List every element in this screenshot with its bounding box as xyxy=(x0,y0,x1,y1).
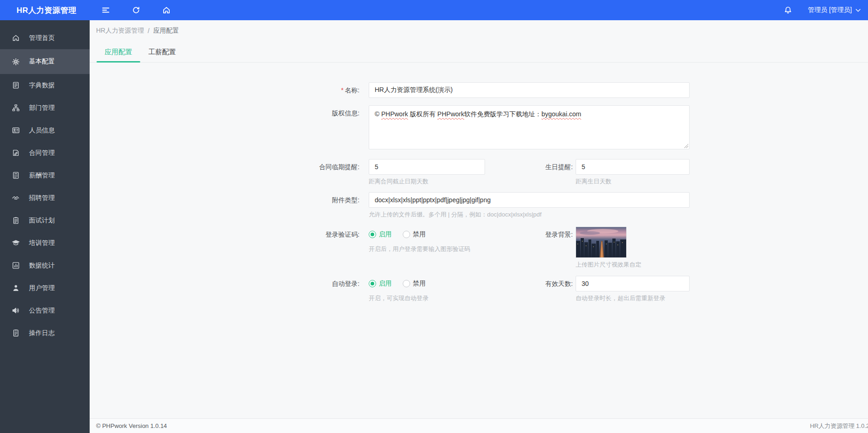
tab-salary-config[interactable]: 工薪配置 xyxy=(140,41,184,62)
captcha-radio-disable[interactable] xyxy=(403,231,410,238)
resize-handle[interactable] xyxy=(684,143,688,148)
topbar: HR人力资源管理 管理员 [管理员] xyxy=(0,0,868,20)
auto-login-hint: 开启，可实现自动登录 xyxy=(369,294,516,302)
notification-bell-icon[interactable] xyxy=(780,2,796,18)
copyright-text: 版权所有 xyxy=(408,110,438,118)
form-row-reminders: 合同临期提醒: 距离合同截止日期天数 生日提醒: 距离生日天数 xyxy=(90,159,868,186)
dictionary-icon xyxy=(12,81,20,89)
auto-login-radio-disable[interactable] xyxy=(403,280,410,287)
footer-version: HR人力资源管理 1.0.2 xyxy=(810,422,868,430)
sidebar-item-interviews[interactable]: 面试计划 xyxy=(0,209,90,232)
sidebar-item-departments[interactable]: 部门管理 xyxy=(0,97,90,119)
copyright-label: 版权信息: xyxy=(90,105,369,121)
login-bg-hint: 上传图片尺寸视效果自定 xyxy=(576,261,690,269)
sidebar-item-salary[interactable]: 薪酬管理 xyxy=(0,164,90,187)
required-mark: * xyxy=(341,86,343,94)
sidebar-item-label: 部门管理 xyxy=(29,104,55,112)
refresh-icon[interactable] xyxy=(128,2,144,18)
speaker-icon xyxy=(12,307,20,314)
sidebar-item-label: 数据统计 xyxy=(29,262,55,270)
topbar-right: 管理员 [管理员] xyxy=(780,2,868,18)
user-menu[interactable]: 管理员 [管理员] xyxy=(808,6,861,14)
calculator-icon xyxy=(12,171,20,179)
valid-days-label: 有效天数: xyxy=(545,276,573,291)
sidebar-item-training[interactable]: 培训管理 xyxy=(0,232,90,254)
user-name: 管理员 [管理员] xyxy=(808,6,852,14)
captcha-radio-enable[interactable] xyxy=(369,231,376,238)
contract-reminder-input[interactable] xyxy=(369,159,485,175)
valid-days-input[interactable] xyxy=(576,276,690,291)
form-row-copyright: 版权信息: © PHPwork 版权所有 PHPwork软件免费版学习下载地址：… xyxy=(90,105,868,149)
id-card-icon xyxy=(12,126,20,134)
sidebar-item-label: 公告管理 xyxy=(29,307,55,315)
tab-bar: 应用配置 工薪配置 xyxy=(90,41,868,63)
birthday-reminder-label: 生日提醒: xyxy=(545,159,573,175)
contract-reminder-label: 合同临期提醒: xyxy=(90,159,369,175)
tab-app-config[interactable]: 应用配置 xyxy=(97,41,140,62)
copyright-text: PHPwork xyxy=(381,110,408,118)
login-background-image[interactable] xyxy=(576,227,627,258)
sidebar-item-label: 人员信息 xyxy=(29,126,55,135)
sidebar-item-label: 基本配置 xyxy=(29,57,55,66)
sidebar-item-personnel[interactable]: 人员信息 xyxy=(0,119,90,142)
attachment-types-input[interactable] xyxy=(369,192,690,208)
home-icon xyxy=(12,34,20,42)
topbar-actions xyxy=(98,2,174,18)
sidebar-item-dashboard[interactable]: 管理首页 xyxy=(0,27,90,49)
home-icon[interactable] xyxy=(159,2,174,18)
form-row-name: *名称: xyxy=(90,82,868,98)
valid-days-hint: 自动登录时长，超出后需重新登录 xyxy=(576,294,690,302)
footer: © PHPwork Version 1.0.14 HR人力资源管理 1.0.2 xyxy=(90,418,868,433)
birthday-reminder-hint: 距离生日天数 xyxy=(576,177,690,186)
app-title: HR人力资源管理 xyxy=(0,5,90,16)
contract-reminder-hint: 距离合同截止日期天数 xyxy=(369,177,485,186)
sidebar-item-recruitment[interactable]: 招聘管理 xyxy=(0,187,90,209)
bar-chart-icon xyxy=(12,262,20,269)
auto-login-radio-group: 启用 禁用 xyxy=(369,276,516,291)
sidebar-item-dictionary[interactable]: 字典数据 xyxy=(0,74,90,97)
name-input[interactable] xyxy=(369,82,690,98)
sidebar-item-label: 管理首页 xyxy=(29,34,55,42)
captcha-radio-disable-label[interactable]: 禁用 xyxy=(413,230,426,239)
captcha-hint: 开启后，用户登录需要输入图形验证码 xyxy=(369,245,516,253)
auto-login-label: 自动登录: xyxy=(90,276,369,291)
copyright-text: bygoukai.com xyxy=(542,110,581,118)
sidebar-item-contracts[interactable]: 合同管理 xyxy=(0,142,90,164)
org-chart-icon xyxy=(12,104,20,112)
captcha-label: 登录验证码: xyxy=(90,227,369,242)
auto-login-radio-enable[interactable] xyxy=(369,280,376,287)
form-row-captcha-bg: 登录验证码: 启用 禁用 开启后，用户登录需要输入图形验证码 登录背景: xyxy=(90,227,868,269)
attachment-types-label: 附件类型: xyxy=(90,192,369,208)
city-dusk-image xyxy=(576,227,626,257)
chevron-down-icon xyxy=(856,9,861,12)
breadcrumb-separator: / xyxy=(148,27,149,34)
sidebar-item-label: 操作日志 xyxy=(29,329,55,337)
copyright-text: 软件免费版学习下载地址： xyxy=(464,110,542,118)
sidebar-item-label: 培训管理 xyxy=(29,239,55,247)
copyright-textarea[interactable]: © PHPwork 版权所有 PHPwork软件免费版学习下载地址：bygouk… xyxy=(369,105,690,149)
sidebar-item-label: 面试计划 xyxy=(29,216,55,225)
captcha-radio-group: 启用 禁用 xyxy=(369,227,516,242)
sidebar-item-label: 用户管理 xyxy=(29,284,55,292)
breadcrumb-root[interactable]: HR人力资源管理 xyxy=(96,27,144,35)
log-file-icon xyxy=(12,329,20,337)
auto-login-radio-enable-label[interactable]: 启用 xyxy=(379,279,392,288)
breadcrumb-current: 应用配置 xyxy=(153,27,179,35)
auto-login-radio-disable-label[interactable]: 禁用 xyxy=(413,279,426,288)
birthday-reminder-input[interactable] xyxy=(576,159,690,175)
gear-icon xyxy=(12,58,20,66)
sidebar-item-announcements[interactable]: 公告管理 xyxy=(0,299,90,322)
login-bg-label: 登录背景: xyxy=(545,227,573,242)
clipboard-icon xyxy=(12,216,20,224)
sidebar-item-logs[interactable]: 操作日志 xyxy=(0,322,90,344)
sidebar-item-users[interactable]: 用户管理 xyxy=(0,277,90,299)
user-icon xyxy=(12,284,20,292)
sidebar-item-label: 字典数据 xyxy=(29,81,55,90)
menu-fold-icon[interactable] xyxy=(98,2,114,18)
sidebar-item-statistics[interactable]: 数据统计 xyxy=(0,254,90,277)
form-row-autologin: 自动登录: 启用 禁用 开启，可实现自动登录 有效天数: 自动登录时长，超出 xyxy=(90,276,868,302)
copyright-text: PHPwork xyxy=(437,110,464,118)
attachment-types-hint: 允许上传的文件后缀。多个用 | 分隔，例如：doc|docx|xlsx|xls|… xyxy=(369,211,690,219)
sidebar-item-basic-config[interactable]: 基本配置 xyxy=(0,49,90,74)
captcha-radio-enable-label[interactable]: 启用 xyxy=(379,230,392,239)
